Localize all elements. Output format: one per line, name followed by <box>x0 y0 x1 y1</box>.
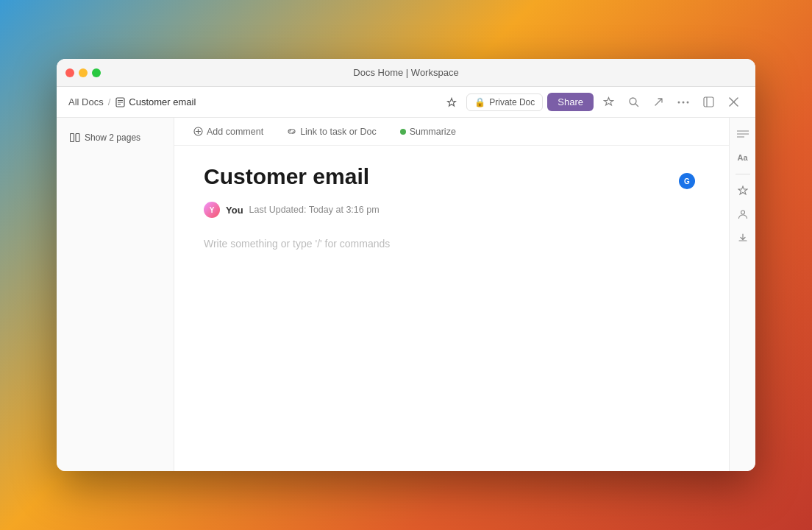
font-icon[interactable]: Aa <box>733 147 753 168</box>
avatar: Y <box>204 202 220 218</box>
editor-area: Add comment Link to task or Doc Summariz… <box>174 118 729 471</box>
lock-icon: 🔒 <box>474 97 485 107</box>
toolbar-actions: 🔒 Private Doc Share <box>441 92 744 113</box>
download-icon[interactable] <box>733 227 753 248</box>
titlebar: Docs Home | Workspace <box>57 59 755 87</box>
author-name: You <box>226 205 243 216</box>
svg-line-5 <box>635 104 638 107</box>
search-button[interactable] <box>623 92 644 113</box>
main-area: Show 2 pages Add comment <box>57 118 755 471</box>
collapse-button[interactable] <box>698 92 719 113</box>
summarize-button[interactable]: Summarize <box>396 124 460 140</box>
breadcrumb-all-docs[interactable]: All Docs <box>68 96 104 107</box>
font-label: Aa <box>737 153 747 162</box>
doc-title: Customer email <box>204 163 699 190</box>
star-button[interactable] <box>598 92 619 113</box>
doc-meta: Y You Last Updated: Today at 3:16 pm <box>204 202 699 218</box>
svg-point-7 <box>683 101 685 103</box>
app-window: Docs Home | Workspace All Docs / Custome… <box>57 59 755 471</box>
breadcrumb: All Docs / Customer email <box>68 96 435 107</box>
close-window-button[interactable] <box>723 92 744 113</box>
svg-rect-9 <box>704 97 713 107</box>
add-comment-button[interactable]: Add comment <box>189 124 268 140</box>
summarize-dot-icon <box>400 129 406 135</box>
export-button[interactable] <box>648 92 669 113</box>
svg-rect-14 <box>76 134 79 142</box>
share-button[interactable]: Share <box>547 93 594 111</box>
maximize-button[interactable] <box>92 68 101 77</box>
editor-content[interactable]: Customer email Y You Last Updated: Today… <box>174 146 729 471</box>
show-pages-label: Show 2 pages <box>85 132 140 143</box>
more-button[interactable] <box>673 92 694 113</box>
traffic-lights <box>65 68 101 77</box>
svg-point-8 <box>687 101 689 103</box>
right-sidebar: Aa <box>729 118 755 471</box>
current-doc-name: Customer email <box>129 96 196 107</box>
left-sidebar: Show 2 pages <box>57 118 174 471</box>
editor-placeholder[interactable]: Write something or type '/' for commands <box>204 236 699 252</box>
window-title: Docs Home | Workspace <box>353 67 458 78</box>
private-doc-label: Private Doc <box>489 97 535 107</box>
private-doc-button[interactable]: 🔒 Private Doc <box>466 93 543 111</box>
svg-rect-13 <box>71 134 74 142</box>
close-button[interactable] <box>65 68 74 77</box>
summarize-label: Summarize <box>410 127 456 137</box>
layout-toggle-icon[interactable] <box>733 124 753 144</box>
add-comment-label: Add comment <box>207 127 263 137</box>
ai-indicator[interactable]: G <box>679 173 695 189</box>
link-task-label: Link to task or Doc <box>300 127 377 137</box>
breadcrumb-current-doc: Customer email <box>115 96 196 107</box>
person-icon[interactable] <box>733 204 753 225</box>
last-updated-text: Last Updated: Today at 3:16 pm <box>249 205 380 215</box>
minimize-button[interactable] <box>79 68 88 77</box>
link-task-button[interactable]: Link to task or Doc <box>282 124 381 140</box>
right-sidebar-divider-1 <box>736 174 750 174</box>
doc-icon <box>115 97 125 107</box>
right-sidebar-star-icon[interactable] <box>733 180 753 201</box>
show-pages-button[interactable]: Show 2 pages <box>65 130 145 146</box>
editor-toolbar: Add comment Link to task or Doc Summariz… <box>174 118 729 146</box>
svg-point-21 <box>741 211 744 214</box>
svg-point-6 <box>678 101 680 103</box>
breadcrumb-separator: / <box>108 96 111 107</box>
pin-button[interactable] <box>441 92 462 113</box>
top-toolbar: All Docs / Customer email <box>57 87 755 118</box>
